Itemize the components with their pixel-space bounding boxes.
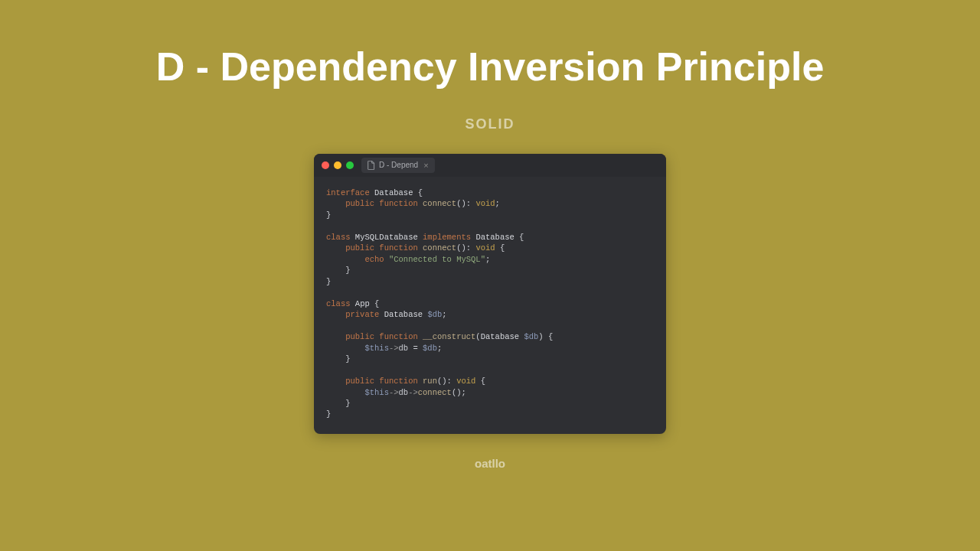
close-tab-icon[interactable]: × [423,161,428,170]
close-window-icon [322,161,329,169]
page-title: D - Dependency Inversion Principle [156,44,825,90]
editor-tab[interactable]: D - Depend × [361,158,435,173]
subtitle: SOLID [465,116,514,132]
file-icon [368,161,375,170]
window-controls [322,161,354,169]
code-content: interface Database { public function con… [314,177,666,434]
editor-tab-label: D - Depend [379,161,418,169]
minimize-window-icon [334,161,341,169]
maximize-window-icon [346,161,354,169]
editor-header: D - Depend × [314,154,666,177]
code-editor: D - Depend × interface Database { public… [314,154,666,434]
footer-brand: oatllo [475,457,505,470]
